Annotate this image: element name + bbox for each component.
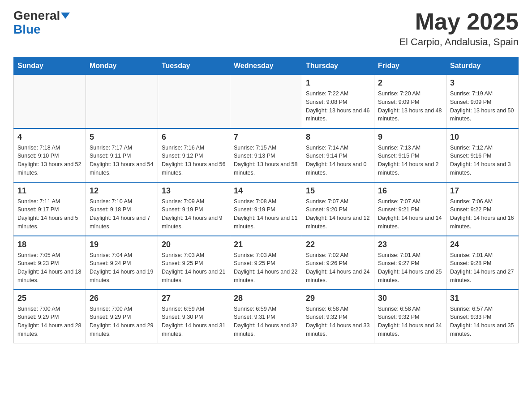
calendar-cell: 22Sunrise: 7:02 AM Sunset: 9:26 PM Dayli… — [302, 236, 374, 290]
calendar-cell: 3Sunrise: 7:19 AM Sunset: 9:09 PM Daylig… — [446, 75, 519, 128]
day-info: Sunrise: 7:04 AM Sunset: 9:24 PM Dayligh… — [90, 251, 154, 285]
location-title: El Carpio, Andalusia, Spain — [399, 36, 519, 48]
calendar-cell: 4Sunrise: 7:18 AM Sunset: 9:10 PM Daylig… — [14, 128, 86, 182]
calendar-cell: 7Sunrise: 7:15 AM Sunset: 9:13 PM Daylig… — [230, 128, 302, 182]
day-number: 20 — [162, 240, 226, 249]
day-info: Sunrise: 7:22 AM Sunset: 9:08 PM Dayligh… — [306, 90, 370, 123]
day-number: 13 — [162, 186, 226, 196]
week-row-4: 18Sunrise: 7:05 AM Sunset: 9:23 PM Dayli… — [14, 236, 519, 290]
day-info: Sunrise: 6:58 AM Sunset: 9:32 PM Dayligh… — [306, 305, 370, 338]
calendar-cell: 2Sunrise: 7:20 AM Sunset: 9:09 PM Daylig… — [374, 75, 446, 128]
day-number: 28 — [234, 294, 298, 303]
week-row-2: 4Sunrise: 7:18 AM Sunset: 9:10 PM Daylig… — [14, 128, 519, 182]
day-number: 27 — [162, 294, 226, 303]
day-number: 12 — [90, 186, 154, 196]
day-number: 18 — [17, 240, 82, 249]
header-friday: Friday — [374, 57, 446, 75]
day-number: 1 — [306, 78, 370, 88]
day-number: 15 — [306, 186, 370, 196]
day-number: 7 — [234, 133, 298, 142]
calendar-cell: 17Sunrise: 7:06 AM Sunset: 9:22 PM Dayli… — [446, 182, 519, 236]
day-info: Sunrise: 6:59 AM Sunset: 9:31 PM Dayligh… — [234, 305, 298, 338]
calendar-cell: 28Sunrise: 6:59 AM Sunset: 9:31 PM Dayli… — [230, 290, 302, 343]
day-info: Sunrise: 6:59 AM Sunset: 9:30 PM Dayligh… — [162, 305, 226, 338]
month-title: May 2025 — [399, 9, 519, 34]
header-thursday: Thursday — [302, 57, 374, 75]
calendar-cell: 9Sunrise: 7:13 AM Sunset: 9:15 PM Daylig… — [374, 128, 446, 182]
day-number: 30 — [378, 294, 442, 303]
calendar-cell: 27Sunrise: 6:59 AM Sunset: 9:30 PM Dayli… — [158, 290, 230, 343]
logo-text: GeneralBlue — [13, 9, 70, 37]
logo-blue: Blue — [13, 22, 41, 36]
calendar-cell: 5Sunrise: 7:17 AM Sunset: 9:11 PM Daylig… — [86, 128, 158, 182]
calendar-cell — [86, 75, 158, 128]
day-info: Sunrise: 7:00 AM Sunset: 9:29 PM Dayligh… — [90, 305, 154, 338]
calendar-cell — [230, 75, 302, 128]
calendar-cell — [14, 75, 86, 128]
day-number: 22 — [306, 240, 370, 249]
day-number: 6 — [162, 133, 226, 142]
day-number: 5 — [90, 133, 154, 142]
title-area: May 2025 El Carpio, Andalusia, Spain — [399, 9, 519, 48]
day-number: 9 — [378, 133, 442, 142]
calendar-body: 1Sunrise: 7:22 AM Sunset: 9:08 PM Daylig… — [14, 75, 519, 343]
day-number: 10 — [450, 133, 515, 142]
calendar-cell: 21Sunrise: 7:03 AM Sunset: 9:25 PM Dayli… — [230, 236, 302, 290]
day-info: Sunrise: 7:07 AM Sunset: 9:21 PM Dayligh… — [378, 197, 442, 231]
day-info: Sunrise: 7:19 AM Sunset: 9:09 PM Dayligh… — [450, 90, 515, 123]
calendar-cell: 14Sunrise: 7:08 AM Sunset: 9:19 PM Dayli… — [230, 182, 302, 236]
calendar-cell: 31Sunrise: 6:57 AM Sunset: 9:33 PM Dayli… — [446, 290, 519, 343]
day-info: Sunrise: 7:18 AM Sunset: 9:10 PM Dayligh… — [17, 144, 82, 177]
day-info: Sunrise: 7:17 AM Sunset: 9:11 PM Dayligh… — [90, 144, 154, 177]
day-number: 14 — [234, 186, 298, 196]
day-info: Sunrise: 7:03 AM Sunset: 9:25 PM Dayligh… — [234, 251, 298, 285]
header-row: SundayMondayTuesdayWednesdayThursdayFrid… — [14, 57, 519, 75]
header-monday: Monday — [86, 57, 158, 75]
calendar-cell: 24Sunrise: 7:01 AM Sunset: 9:28 PM Dayli… — [446, 236, 519, 290]
calendar-cell — [158, 75, 230, 128]
calendar-cell: 15Sunrise: 7:07 AM Sunset: 9:20 PM Dayli… — [302, 182, 374, 236]
day-info: Sunrise: 7:15 AM Sunset: 9:13 PM Dayligh… — [234, 144, 298, 177]
day-number: 24 — [450, 240, 515, 249]
page-header: GeneralBlue May 2025 El Carpio, Andalusi… — [13, 9, 519, 48]
day-number: 29 — [306, 294, 370, 303]
calendar-cell: 10Sunrise: 7:12 AM Sunset: 9:16 PM Dayli… — [446, 128, 519, 182]
week-row-5: 25Sunrise: 7:00 AM Sunset: 9:29 PM Dayli… — [14, 290, 519, 343]
day-info: Sunrise: 7:03 AM Sunset: 9:25 PM Dayligh… — [162, 251, 226, 285]
day-number: 8 — [306, 133, 370, 142]
day-info: Sunrise: 7:00 AM Sunset: 9:29 PM Dayligh… — [17, 305, 82, 338]
day-info: Sunrise: 7:13 AM Sunset: 9:15 PM Dayligh… — [378, 144, 442, 177]
day-info: Sunrise: 7:10 AM Sunset: 9:18 PM Dayligh… — [90, 197, 154, 231]
day-number: 2 — [378, 78, 442, 88]
day-info: Sunrise: 7:01 AM Sunset: 9:27 PM Dayligh… — [378, 251, 442, 285]
calendar-cell: 20Sunrise: 7:03 AM Sunset: 9:25 PM Dayli… — [158, 236, 230, 290]
day-info: Sunrise: 7:02 AM Sunset: 9:26 PM Dayligh… — [306, 251, 370, 285]
calendar-cell: 12Sunrise: 7:10 AM Sunset: 9:18 PM Dayli… — [86, 182, 158, 236]
day-number: 11 — [17, 186, 82, 196]
day-info: Sunrise: 7:06 AM Sunset: 9:22 PM Dayligh… — [450, 197, 515, 231]
calendar-cell: 13Sunrise: 7:09 AM Sunset: 9:19 PM Dayli… — [158, 182, 230, 236]
week-row-3: 11Sunrise: 7:11 AM Sunset: 9:17 PM Dayli… — [14, 182, 519, 236]
day-info: Sunrise: 6:58 AM Sunset: 9:32 PM Dayligh… — [378, 305, 442, 338]
day-number: 17 — [450, 186, 515, 196]
calendar-cell: 11Sunrise: 7:11 AM Sunset: 9:17 PM Dayli… — [14, 182, 86, 236]
calendar-cell: 26Sunrise: 7:00 AM Sunset: 9:29 PM Dayli… — [86, 290, 158, 343]
header-saturday: Saturday — [446, 57, 519, 75]
calendar-cell: 18Sunrise: 7:05 AM Sunset: 9:23 PM Dayli… — [14, 236, 86, 290]
day-info: Sunrise: 7:07 AM Sunset: 9:20 PM Dayligh… — [306, 197, 370, 231]
calendar-header: SundayMondayTuesdayWednesdayThursdayFrid… — [14, 57, 519, 75]
day-info: Sunrise: 7:01 AM Sunset: 9:28 PM Dayligh… — [450, 251, 515, 285]
day-info: Sunrise: 7:11 AM Sunset: 9:17 PM Dayligh… — [17, 197, 82, 231]
calendar-cell: 16Sunrise: 7:07 AM Sunset: 9:21 PM Dayli… — [374, 182, 446, 236]
calendar-table: SundayMondayTuesdayWednesdayThursdayFrid… — [13, 57, 519, 343]
calendar-cell: 19Sunrise: 7:04 AM Sunset: 9:24 PM Dayli… — [86, 236, 158, 290]
day-number: 26 — [90, 294, 154, 303]
day-number: 21 — [234, 240, 298, 249]
day-number: 19 — [90, 240, 154, 249]
day-info: Sunrise: 7:05 AM Sunset: 9:23 PM Dayligh… — [17, 251, 82, 285]
calendar-cell: 6Sunrise: 7:16 AM Sunset: 9:12 PM Daylig… — [158, 128, 230, 182]
day-info: Sunrise: 7:08 AM Sunset: 9:19 PM Dayligh… — [234, 197, 298, 231]
calendar-cell: 1Sunrise: 7:22 AM Sunset: 9:08 PM Daylig… — [302, 75, 374, 128]
logo: GeneralBlue — [13, 9, 70, 37]
day-info: Sunrise: 7:12 AM Sunset: 9:16 PM Dayligh… — [450, 144, 515, 177]
